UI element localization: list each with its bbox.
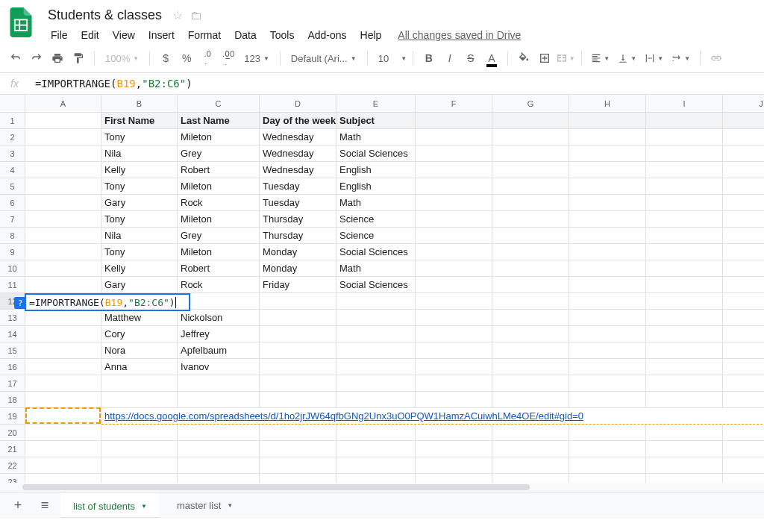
cell[interactable] (336, 359, 416, 375)
cell[interactable] (178, 441, 260, 457)
cell[interactable] (178, 392, 260, 408)
formula-help-icon[interactable]: ? (14, 297, 26, 309)
zoom-select[interactable]: 100%▼ (101, 53, 143, 64)
cell[interactable]: Thursday (260, 228, 336, 244)
cell[interactable] (646, 425, 723, 441)
cell[interactable] (25, 441, 101, 457)
row-header[interactable]: 21 (0, 441, 25, 457)
link-cell[interactable]: https://docs.google.com/spreadsheets/d/1… (101, 408, 764, 425)
currency-button[interactable]: $ (156, 48, 175, 68)
cell[interactable] (416, 260, 492, 277)
cell[interactable] (569, 162, 646, 178)
cell[interactable] (492, 310, 569, 326)
cell[interactable] (646, 145, 723, 162)
cell[interactable]: Social Sciences (336, 145, 416, 162)
cell[interactable] (492, 326, 569, 342)
strikethrough-button[interactable]: S (461, 48, 480, 68)
document-title[interactable]: Students & classes (45, 6, 165, 25)
cell[interactable]: Last Name (178, 113, 260, 129)
row-header[interactable]: 8 (0, 228, 25, 244)
cell[interactable] (569, 342, 646, 359)
row-header[interactable]: 11 (0, 277, 25, 293)
more-formats-button[interactable]: 123▼ (239, 53, 274, 64)
menu-insert[interactable]: Insert (143, 26, 181, 44)
cell[interactable] (416, 293, 492, 310)
cell[interactable] (492, 129, 569, 145)
cell[interactable] (25, 375, 101, 392)
cell[interactable] (336, 457, 416, 474)
cell[interactable]: Nora (101, 342, 178, 359)
cell[interactable] (25, 310, 101, 326)
cell[interactable] (723, 326, 764, 342)
cell[interactable]: Grey (178, 228, 260, 244)
bold-button[interactable]: B (419, 48, 439, 68)
cell[interactable] (723, 145, 764, 162)
select-all-corner[interactable] (0, 95, 25, 113)
cell[interactable] (492, 260, 569, 277)
cell[interactable] (178, 375, 260, 392)
folder-icon[interactable]: 🗀 (190, 9, 202, 22)
cell[interactable] (723, 342, 764, 359)
cell[interactable] (723, 457, 764, 474)
cell[interactable] (646, 211, 723, 228)
menu-format[interactable]: Format (182, 26, 227, 44)
cell[interactable]: English (336, 162, 416, 178)
redo-button[interactable] (27, 48, 46, 68)
cell[interactable] (723, 195, 764, 211)
cell[interactable] (492, 425, 569, 441)
cell[interactable] (723, 113, 764, 129)
cell[interactable] (25, 408, 101, 425)
cell[interactable] (336, 425, 416, 441)
fill-color-button[interactable] (514, 48, 533, 68)
horizontal-align-button[interactable]: ▼ (588, 48, 613, 68)
menu-view[interactable]: View (107, 26, 141, 44)
cell[interactable] (646, 244, 723, 260)
cell[interactable] (723, 277, 764, 293)
row-header[interactable]: 18 (0, 392, 25, 408)
cell[interactable] (101, 441, 178, 457)
menu-edit[interactable]: Edit (75, 26, 105, 44)
menu-data[interactable]: Data (228, 26, 263, 44)
print-button[interactable] (48, 48, 67, 68)
row-header[interactable]: 6 (0, 195, 25, 211)
cell[interactable] (569, 359, 646, 375)
cell[interactable]: Mileton (178, 244, 260, 260)
row-header[interactable]: 15 (0, 342, 25, 359)
formula-bar[interactable]: =IMPORTRANGE(B19,"B2:C6") (29, 76, 764, 91)
cell[interactable]: Grey (178, 145, 260, 162)
cell[interactable] (260, 342, 336, 359)
cell[interactable]: Gary (101, 277, 178, 293)
cell[interactable] (723, 244, 764, 260)
cell[interactable]: Matthew (101, 310, 178, 326)
cell[interactable] (646, 359, 723, 375)
cell[interactable]: First Name (101, 113, 178, 129)
sheets-logo[interactable] (6, 7, 36, 37)
text-color-button[interactable]: A (482, 48, 501, 68)
cell[interactable]: Wednesday (260, 145, 336, 162)
cell[interactable] (25, 211, 101, 228)
cell[interactable] (646, 310, 723, 326)
cell[interactable] (646, 457, 723, 474)
cell[interactable] (569, 375, 646, 392)
cell[interactable] (25, 277, 101, 293)
cell[interactable] (336, 441, 416, 457)
row-header[interactable]: 14 (0, 326, 25, 342)
scrollbar-thumb[interactable] (22, 484, 530, 490)
cell[interactable] (416, 228, 492, 244)
cell[interactable] (178, 457, 260, 474)
sheet-tab-menu-icon[interactable]: ▼ (227, 502, 233, 509)
decrease-decimal-button[interactable]: .0← (198, 48, 217, 68)
cell[interactable] (416, 145, 492, 162)
row-header[interactable]: 20 (0, 425, 25, 441)
cell[interactable] (569, 195, 646, 211)
cell[interactable] (416, 129, 492, 145)
cell[interactable] (723, 211, 764, 228)
text-wrap-button[interactable]: ▼ (642, 48, 667, 68)
cell[interactable]: Subject (336, 113, 416, 129)
cell[interactable]: Nila (101, 145, 178, 162)
cell[interactable] (646, 375, 723, 392)
cell[interactable] (416, 162, 492, 178)
row-header[interactable]: 22 (0, 457, 25, 474)
cell[interactable] (260, 375, 336, 392)
row-header[interactable]: 17 (0, 375, 25, 392)
